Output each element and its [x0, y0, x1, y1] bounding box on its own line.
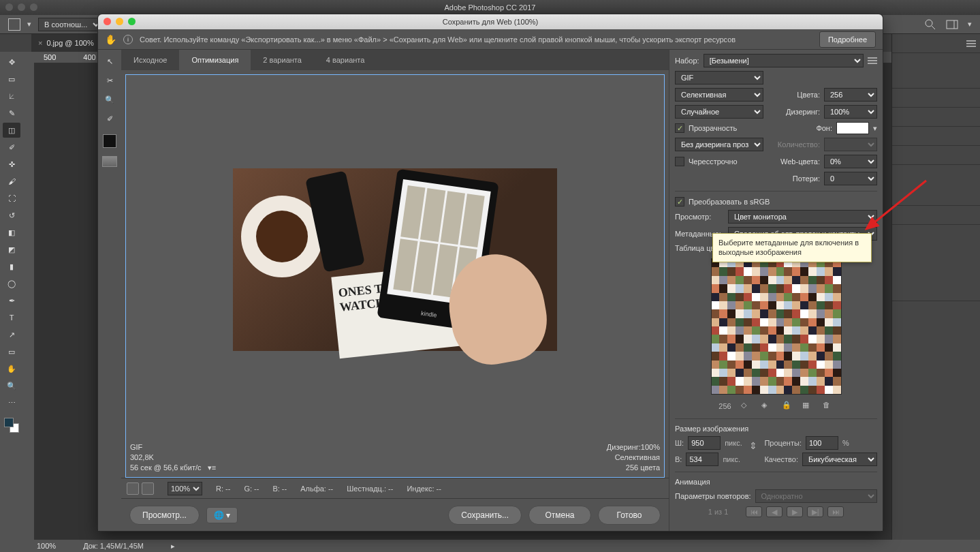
close-icon[interactable]	[104, 18, 111, 25]
close-icon[interactable]	[5, 3, 13, 11]
shift-color-icon[interactable]: ◈	[761, 401, 772, 412]
trash-icon[interactable]: 🗑	[823, 401, 834, 412]
transparency-checkbox[interactable]	[675, 123, 684, 133]
colors-select[interactable]: 256	[824, 88, 877, 102]
tab-2up[interactable]: 2 варианта	[251, 50, 314, 70]
workspace-icon[interactable]	[946, 18, 958, 31]
chevron-down-icon[interactable]: ▾	[968, 20, 972, 29]
crop-tool-icon[interactable]: ◫	[3, 123, 20, 138]
search-icon[interactable]	[924, 18, 936, 31]
zoom-tool-icon[interactable]: 🔍	[3, 378, 20, 393]
zoom-icon[interactable]	[128, 18, 136, 25]
pointer-icon[interactable]: ↖	[101, 54, 118, 69]
healing-tool-icon[interactable]: ✜	[3, 157, 20, 172]
loop-select: Однократно	[755, 489, 877, 503]
slice-tool-icon[interactable]: ✂	[101, 73, 118, 88]
brush-tool-icon[interactable]: 🖌	[3, 174, 20, 189]
crop-icon[interactable]	[8, 18, 20, 31]
lossy-label: Потери:	[793, 174, 820, 183]
color-table[interactable]	[711, 258, 842, 395]
zoom-icon[interactable]	[30, 3, 37, 11]
animation-controls: 1 из 1 ⏮ ◀ ▶ ▶| ⏭	[675, 506, 877, 517]
learn-more-button[interactable]: Подробнее	[819, 31, 876, 48]
lock-icon[interactable]: 🔒	[782, 401, 793, 412]
zoom-tool-icon[interactable]: 🔍	[101, 92, 118, 107]
four-up-icon[interactable]	[142, 482, 154, 495]
quick-select-tool-icon[interactable]: ✎	[3, 106, 20, 121]
blur-tool-icon[interactable]: ▮	[3, 259, 20, 274]
svg-point-0	[926, 20, 932, 27]
width-input[interactable]	[688, 436, 721, 450]
stamp-tool-icon[interactable]: ⛶	[3, 191, 20, 206]
minimize-icon[interactable]	[116, 18, 123, 25]
r-value: R: --	[216, 485, 230, 493]
dialog-traffic-lights	[104, 18, 136, 25]
interlaced-checkbox[interactable]	[675, 157, 684, 166]
eraser-tool-icon[interactable]: ◧	[3, 225, 20, 240]
websnap-select[interactable]: 0%	[824, 155, 877, 168]
eyedropper-tool-icon[interactable]: ✐	[3, 140, 20, 155]
slice-visibility-toggle[interactable]	[102, 156, 117, 167]
shape-tool-icon[interactable]: ▭	[3, 344, 20, 359]
dither-select[interactable]: 100%	[824, 105, 877, 119]
lossy-select[interactable]: 0	[824, 172, 877, 185]
height-input[interactable]	[686, 453, 718, 466]
preview-select[interactable]: Цвет монитора	[728, 210, 877, 224]
percent-input[interactable]	[806, 436, 838, 450]
zoom-select[interactable]: 100%	[168, 482, 202, 495]
one-up-icon[interactable]	[127, 482, 139, 495]
dialog-infobar: ✋ i Совет. Используйте команду «Экспорти…	[98, 29, 883, 50]
transparency-label: Прозрачность	[689, 124, 737, 132]
browser-preview-icon[interactable]: 🌐 ▾	[206, 507, 238, 523]
chevron-down-icon[interactable]: ▾	[27, 20, 31, 29]
hand-tool-icon[interactable]: ✋	[3, 361, 20, 376]
constrain-link-icon[interactable]: ⇕	[749, 436, 758, 455]
panel-menu-icon[interactable]	[966, 40, 976, 48]
app-title: Adobe Photoshop CC 2017	[445, 3, 536, 12]
pen-tool-icon[interactable]: ✒	[3, 293, 20, 308]
preview-status-bar: 100% R: -- G: -- B: -- Альфа: -- Шестнад…	[121, 478, 669, 498]
tab-optimized[interactable]: Оптимизация	[179, 50, 251, 70]
path-select-icon[interactable]: ↗	[3, 327, 20, 342]
format-select[interactable]: GIF	[675, 71, 763, 85]
dither-label: Дизеринг:	[786, 108, 820, 116]
tab-original[interactable]: Исходное	[121, 50, 179, 70]
panel-menu-icon[interactable]	[868, 57, 877, 65]
type-tool-icon[interactable]: T	[3, 310, 20, 325]
save-button[interactable]: Сохранить...	[448, 506, 522, 525]
image-preview[interactable]: ONES T WATCH kindle GIF 302,8K 56 сек @ …	[125, 74, 665, 478]
tab-4up[interactable]: 4 варианта	[314, 50, 377, 70]
srgb-checkbox[interactable]	[675, 197, 684, 206]
g-value: G: --	[244, 485, 259, 493]
move-tool-icon[interactable]: ✥	[3, 55, 20, 70]
eyedropper-icon[interactable]: ✐	[101, 111, 118, 126]
ratio-select[interactable]: В соотнош...	[38, 18, 102, 31]
preview-label: Просмотр:	[675, 213, 724, 221]
preview-button[interactable]: Просмотр...	[129, 506, 200, 525]
minimize-icon[interactable]	[18, 3, 25, 11]
quality-select[interactable]: Бикубическая	[802, 453, 877, 466]
transparency-map-icon[interactable]: ◇	[741, 401, 752, 412]
done-button[interactable]: Готово	[598, 506, 661, 525]
cancel-button[interactable]: Отмена	[528, 506, 591, 525]
chevron-right-icon[interactable]: ▸	[171, 542, 175, 551]
document-tab[interactable]: × 0.jpg @ 100%	[31, 34, 101, 52]
more-tools-icon[interactable]: ⋯	[3, 395, 20, 410]
new-color-icon[interactable]: ▦	[802, 401, 813, 412]
alpha-value: Альфа: --	[300, 485, 333, 493]
gradient-tool-icon[interactable]: ◩	[3, 242, 20, 257]
reduction-select[interactable]: Селективная	[675, 88, 763, 102]
chevron-down-icon[interactable]: ▾	[873, 124, 877, 133]
eyedropper-color[interactable]	[103, 134, 116, 148]
lasso-tool-icon[interactable]: ⟀	[3, 89, 20, 104]
ruler-mark: 500	[44, 53, 56, 61]
dodge-tool-icon[interactable]: ◯	[3, 276, 20, 291]
dither-algo-select[interactable]: Случайное	[675, 105, 763, 119]
matte-color[interactable]	[836, 122, 869, 134]
history-brush-icon[interactable]: ↺	[3, 208, 20, 223]
color-swatches[interactable]	[4, 418, 19, 433]
marquee-tool-icon[interactable]: ▭	[3, 72, 20, 87]
trans-dither-select[interactable]: Без дизеринга проз...	[675, 138, 763, 151]
preset-select[interactable]: [Безымени]	[704, 54, 864, 67]
close-icon[interactable]: ×	[38, 39, 42, 47]
